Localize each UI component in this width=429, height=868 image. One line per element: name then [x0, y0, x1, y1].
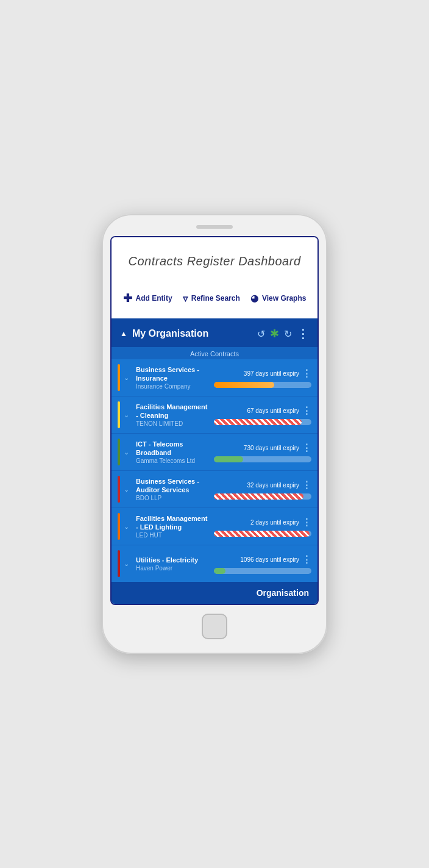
contract-company: Gamma Telecoms Ltd [136, 457, 210, 464]
row-menu-icon[interactable]: ⋮ [302, 442, 311, 454]
contract-name: Facilities Management - LED Lighting [136, 514, 210, 532]
contract-name: ICT - Telecoms Broadband [136, 440, 210, 457]
contract-right: 1096 days until expiry ⋮ [214, 554, 311, 574]
progress-bar [214, 568, 225, 574]
expiry-row: 730 days until expiry ⋮ [244, 442, 311, 454]
action-bar: ✚ Add Entity ▿ Refine Search ◕ View Grap… [112, 281, 317, 318]
expiry-row: 1096 days until expiry ⋮ [240, 554, 311, 565]
row-menu-icon[interactable]: ⋮ [302, 554, 311, 565]
expiry-row: 32 days until expiry ⋮ [247, 479, 311, 491]
contract-company: Haven Power [136, 565, 210, 572]
contract-name: Business Services - Insurance [136, 365, 210, 383]
chevron-down-icon[interactable]: ⌄ [124, 486, 132, 493]
collapse-icon[interactable]: ▲ [120, 329, 127, 338]
chevron-down-icon[interactable]: ⌄ [124, 448, 132, 456]
expiry-row: 2 days until expiry ⋮ [250, 517, 311, 528]
undo-icon[interactable]: ↺ [257, 328, 265, 340]
contract-info: Utilities - Electricity Haven Power [136, 556, 210, 572]
asterisk-icon[interactable]: ✱ [270, 327, 279, 340]
progress-bar-container [214, 493, 311, 500]
refine-search-button[interactable]: ▿ Refine Search [179, 289, 244, 307]
progress-bar [214, 419, 302, 425]
progress-bar-container [214, 531, 311, 537]
table-row: ⌄ Business Services - Insurance Insuranc… [112, 359, 317, 396]
more-menu-icon[interactable]: ⋮ [297, 326, 309, 341]
row-menu-icon[interactable]: ⋮ [302, 368, 311, 379]
expiry-row: 397 days until expiry ⋮ [244, 368, 311, 379]
phone-device: Contracts Register Dashboard ✚ Add Entit… [102, 214, 327, 654]
progress-bar [214, 493, 303, 500]
contract-name: Business Services - Auditor Services [136, 477, 210, 495]
main-content: ▲ My Organisation ↺ ✱ ↻ ⋮ Active Contrac… [112, 318, 317, 604]
chevron-down-icon[interactable]: ⌄ [124, 411, 132, 419]
contracts-list: ⌄ Business Services - Insurance Insuranc… [112, 359, 317, 582]
contract-company: LED HUT [136, 532, 210, 539]
progress-bar-container [214, 419, 311, 425]
contract-name: Facilities Management - Cleaning [136, 403, 210, 420]
expiry-text: 32 days until expiry [247, 482, 299, 489]
status-stripe [118, 401, 120, 428]
org-title: My Organisation [132, 328, 208, 339]
contract-company: TENON LIMITED [136, 420, 210, 427]
contract-name: Utilities - Electricity [136, 556, 210, 564]
contract-company: BDO LLP [136, 495, 210, 501]
contract-right: 730 days until expiry ⋮ [214, 442, 311, 462]
status-stripe [118, 364, 120, 391]
status-stripe [118, 513, 120, 540]
expiry-text: 67 days until expiry [247, 407, 299, 414]
org-footer: Organisation [112, 582, 317, 604]
org-header: ▲ My Organisation ↺ ✱ ↻ ⋮ [112, 320, 317, 347]
org-controls: ↺ ✱ ↻ ⋮ [257, 326, 309, 341]
plus-icon: ✚ [123, 292, 132, 305]
contract-info: Business Services - Insurance Insurance … [136, 365, 210, 390]
progress-bar-container [214, 382, 311, 388]
contract-right: 32 days until expiry ⋮ [214, 479, 311, 500]
table-row: ⌄ Business Services - Auditor Services B… [112, 471, 317, 508]
page-title: Contracts Register Dashboard [124, 254, 305, 268]
add-entity-button[interactable]: ✚ Add Entity [119, 289, 176, 307]
progress-bar-container [214, 568, 311, 574]
contract-right: 397 days until expiry ⋮ [214, 368, 311, 388]
redo-icon[interactable]: ↻ [284, 328, 292, 340]
contract-right: 67 days until expiry ⋮ [214, 405, 311, 425]
phone-screen: Contracts Register Dashboard ✚ Add Entit… [110, 236, 319, 605]
add-entity-label: Add Entity [136, 294, 172, 303]
chevron-down-icon[interactable]: ⌄ [124, 560, 132, 568]
contract-right: 2 days until expiry ⋮ [214, 517, 311, 537]
table-row: ⌄ Facilities Management - Cleaning TENON… [112, 396, 317, 434]
org-title-row: ▲ My Organisation [120, 328, 208, 339]
view-graphs-button[interactable]: ◕ View Graphs [247, 289, 310, 307]
progress-bar [214, 382, 274, 388]
expiry-row: 67 days until expiry ⋮ [247, 405, 311, 417]
expiry-text: 397 days until expiry [244, 370, 299, 377]
status-stripe [118, 439, 120, 465]
expiry-text: 1096 days until expiry [240, 556, 299, 563]
contract-info: Facilities Management - Cleaning TENON L… [136, 403, 210, 428]
table-row: ⌄ Utilities - Electricity Haven Power 10… [112, 545, 317, 582]
contract-info: Facilities Management - LED Lighting LED… [136, 514, 210, 539]
row-menu-icon[interactable]: ⋮ [302, 405, 311, 417]
table-row: ⌄ Facilities Management - LED Lighting L… [112, 508, 317, 545]
filter-icon: ▿ [183, 293, 188, 304]
expiry-text: 2 days until expiry [250, 519, 299, 526]
progress-bar [214, 456, 243, 462]
active-contracts-label: Active Contracts [112, 347, 317, 359]
contract-info: ICT - Telecoms Broadband Gamma Telecoms … [136, 440, 210, 465]
table-row: ⌄ ICT - Telecoms Broadband Gamma Telecom… [112, 434, 317, 471]
contract-info: Business Services - Auditor Services BDO… [136, 477, 210, 502]
row-menu-icon[interactable]: ⋮ [302, 479, 311, 491]
view-graphs-label: View Graphs [262, 294, 306, 303]
chevron-down-icon[interactable]: ⌄ [124, 374, 132, 382]
phone-speaker [196, 225, 233, 229]
progress-bar-container [214, 456, 311, 462]
screen-header: Contracts Register Dashboard [112, 237, 317, 281]
row-menu-icon[interactable]: ⋮ [302, 517, 311, 528]
chevron-down-icon[interactable]: ⌄ [124, 523, 132, 531]
status-stripe [118, 550, 120, 577]
pie-chart-icon: ◕ [250, 293, 258, 304]
phone-home-button[interactable] [202, 614, 227, 639]
refine-search-label: Refine Search [191, 294, 240, 303]
contract-company: Insurance Company [136, 383, 210, 390]
progress-bar [214, 531, 310, 537]
status-stripe [118, 476, 120, 503]
